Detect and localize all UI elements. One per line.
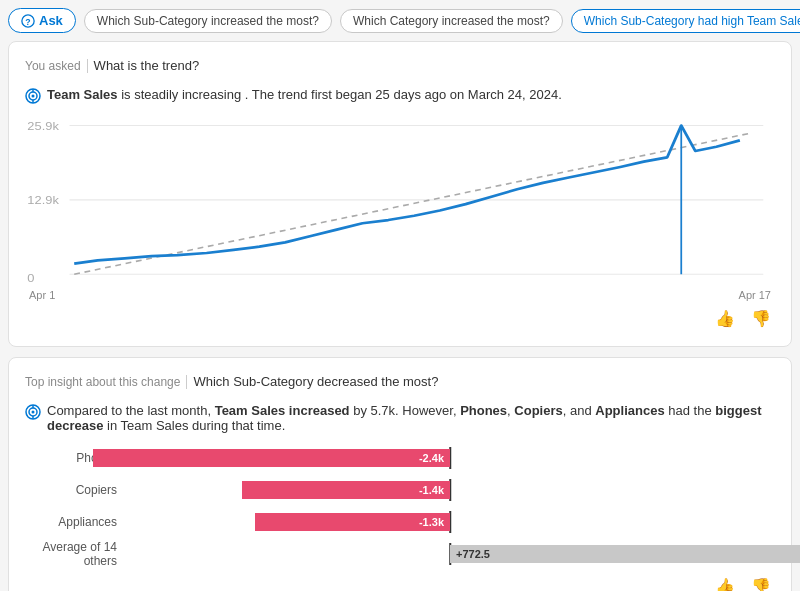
bar-value-average: +772.5 xyxy=(450,548,490,560)
top-insight-label: Top insight about this change xyxy=(25,375,180,389)
insight-row-2: Compared to the last month, Team Sales i… xyxy=(25,403,775,433)
top-insight-question: Which Sub-Category decreased the most? xyxy=(193,374,438,389)
svg-text:12.9k: 12.9k xyxy=(27,194,59,207)
thumbs-down-button-1[interactable]: 👎 xyxy=(747,307,775,330)
bar-value-appliances: -1.3k xyxy=(419,516,450,528)
bar-negative-copiers: -1.4k xyxy=(242,481,450,499)
insight-bold-2: Phones xyxy=(460,403,507,418)
insight-suffix: . The trend first began 25 days ago on M… xyxy=(245,87,562,102)
you-asked-bar: You asked What is the trend? xyxy=(25,58,775,73)
bar-negative-appliances: -1.3k xyxy=(255,513,450,531)
insight-row: Team Sales is steadily increasing . The … xyxy=(25,87,775,107)
insight-text-2: Compared to the last month, Team Sales i… xyxy=(47,403,775,433)
insight-part-5: had the xyxy=(665,403,716,418)
bar-chart: Phones -2.4k Copiers -1.4k xyxy=(25,447,775,565)
insight-metric: Team Sales xyxy=(47,87,118,102)
target-icon xyxy=(25,88,41,107)
bar-label-appliances: Appliances xyxy=(25,515,125,529)
bar-positive-average: +772.5 xyxy=(450,545,800,563)
thumbs-down-button-2[interactable]: 👎 xyxy=(747,575,775,591)
bar-value-copiers: -1.4k xyxy=(419,484,450,496)
chip-subcategory-high-sales[interactable]: Which Sub-Category had high Team Sales? xyxy=(571,9,800,33)
feedback-row-1: 👍 👎 xyxy=(25,307,775,330)
insight-text: Team Sales is steadily increasing . The … xyxy=(47,87,562,102)
bar-value-phones: -2.4k xyxy=(419,452,450,464)
ask-button[interactable]: ? Ask xyxy=(8,8,76,33)
svg-point-4 xyxy=(32,95,35,98)
ask-label: Ask xyxy=(39,13,63,28)
target-icon-2 xyxy=(25,404,41,423)
divider-2 xyxy=(186,375,187,389)
svg-text:25.9k: 25.9k xyxy=(27,119,59,132)
thumbs-up-button-1[interactable]: 👍 xyxy=(711,307,739,330)
bar-label-average: Average of 14 others xyxy=(25,540,125,568)
question-text: What is the trend? xyxy=(94,58,200,73)
svg-text:?: ? xyxy=(25,16,30,26)
insight-bold-3: Copiers xyxy=(514,403,562,418)
insight-part-2: by 5.7k. However, xyxy=(350,403,461,418)
bar-negative-phones: -2.4k xyxy=(93,449,451,467)
insight-part-4: , and xyxy=(563,403,596,418)
bar-row-average: Average of 14 others +772.5 xyxy=(25,543,775,565)
x-label-end: Apr 17 xyxy=(739,289,771,301)
svg-text:0: 0 xyxy=(27,271,34,284)
insight-card: Top insight about this change Which Sub-… xyxy=(8,357,792,591)
bar-container-phones: -2.4k xyxy=(125,447,775,469)
bar-container-copiers: -1.4k xyxy=(125,479,775,501)
chart-svg: 25.9k 12.9k 0 xyxy=(25,117,775,287)
divider xyxy=(87,59,88,73)
insight-bold-1: Team Sales increased xyxy=(215,403,350,418)
chip-category-increase[interactable]: Which Category increased the most? xyxy=(340,9,563,33)
bar-container-appliances: -1.3k xyxy=(125,511,775,533)
trend-card: You asked What is the trend? Team Sales … xyxy=(8,41,792,347)
chart-x-labels: Apr 1 Apr 17 xyxy=(25,289,775,301)
insight-bold-4: Appliances xyxy=(595,403,664,418)
bar-row-phones: Phones -2.4k xyxy=(25,447,775,469)
trend-chart: 25.9k 12.9k 0 xyxy=(25,117,775,287)
ask-icon: ? xyxy=(21,14,35,28)
bar-row-copiers: Copiers -1.4k xyxy=(25,479,775,501)
svg-line-13 xyxy=(74,133,751,274)
insight-part-1: Compared to the last month, xyxy=(47,403,215,418)
bar-container-average: +772.5 xyxy=(125,543,775,565)
insight-verb: is steadily increasing xyxy=(121,87,241,102)
insight-part-6: in Team Sales during that time. xyxy=(103,418,285,433)
feedback-row-2: 👍 👎 xyxy=(25,575,775,591)
bar-label-copiers: Copiers xyxy=(25,483,125,497)
thumbs-up-button-2[interactable]: 👍 xyxy=(711,575,739,591)
top-insight-bar: Top insight about this change Which Sub-… xyxy=(25,374,775,389)
svg-point-17 xyxy=(32,411,35,414)
x-label-start: Apr 1 xyxy=(29,289,55,301)
bar-row-appliances: Appliances -1.3k xyxy=(25,511,775,533)
chip-subcategory-increase[interactable]: Which Sub-Category increased the most? xyxy=(84,9,332,33)
you-asked-label: You asked xyxy=(25,59,81,73)
